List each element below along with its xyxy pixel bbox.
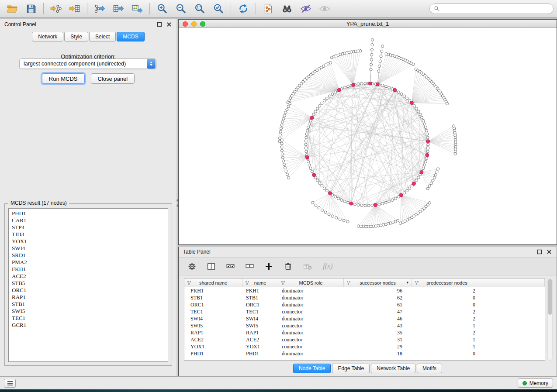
graph-node[interactable]: [284, 166, 286, 169]
mcds-result-item[interactable]: STP4: [12, 224, 168, 231]
graph-node[interactable]: [325, 97, 328, 100]
mcds-result-item[interactable]: CAR1: [12, 217, 168, 224]
graph-node[interactable]: [283, 114, 286, 117]
graph-node[interactable]: [308, 123, 311, 125]
graph-node[interactable]: [337, 197, 340, 200]
graph-node[interactable]: [406, 189, 408, 192]
graph-node[interactable]: [316, 107, 319, 110]
graph-node[interactable]: [280, 149, 283, 152]
table-row[interactable]: PHD1PHD1dominator180: [184, 350, 545, 357]
graph-node[interactable]: [328, 95, 331, 97]
graph-node[interactable]: [430, 182, 432, 185]
table-tab-network-table[interactable]: Network Table: [371, 364, 415, 373]
graph-hub-node[interactable]: [349, 202, 353, 205]
delete-column-button[interactable]: [283, 261, 293, 272]
graph-node[interactable]: [340, 199, 343, 201]
export-image-button[interactable]: [128, 2, 146, 16]
graph-node[interactable]: [314, 110, 317, 113]
graph-hub-node[interactable]: [312, 173, 316, 177]
graph-node[interactable]: [359, 49, 362, 52]
graph-node[interactable]: [311, 201, 314, 204]
graph-node[interactable]: [370, 48, 373, 51]
graph-node[interactable]: [370, 63, 372, 66]
mcds-result-item[interactable]: SRD1: [12, 252, 168, 259]
close-panel-icon[interactable]: [166, 21, 172, 28]
graph-node[interactable]: [382, 224, 384, 226]
graph-hub-node[interactable]: [420, 171, 423, 174]
graph-node[interactable]: [426, 136, 429, 139]
graph-node[interactable]: [323, 100, 325, 102]
graph-hub-node[interactable]: [329, 192, 332, 195]
graph-node[interactable]: [343, 200, 346, 203]
graph-node[interactable]: [367, 225, 370, 228]
graph-node[interactable]: [380, 224, 382, 227]
graph-node[interactable]: [284, 111, 287, 114]
graph-node[interactable]: [304, 140, 307, 142]
graph-node[interactable]: [370, 68, 372, 71]
graph-node[interactable]: [388, 86, 391, 89]
graph-node[interactable]: [280, 142, 283, 145]
control-panel-tab-network[interactable]: Network: [32, 32, 63, 41]
graph-node[interactable]: [318, 206, 320, 209]
graph-node[interactable]: [357, 83, 360, 85]
table-row[interactable]: ACE2ACE2connector311: [184, 336, 545, 343]
graph-node[interactable]: [321, 185, 323, 187]
memory-button[interactable]: Memory: [518, 378, 553, 388]
graph-node[interactable]: [364, 225, 367, 228]
graph-node[interactable]: [432, 179, 434, 182]
graph-node[interactable]: [305, 133, 308, 135]
graph-node[interactable]: [421, 116, 423, 119]
graph-node[interactable]: [384, 223, 387, 226]
graph-node[interactable]: [434, 173, 437, 176]
mcds-result-item[interactable]: STB5: [12, 280, 168, 287]
graph-node[interactable]: [384, 201, 387, 204]
graph-node[interactable]: [280, 146, 283, 148]
graph-hub-node[interactable]: [426, 153, 429, 157]
graph-node[interactable]: [281, 156, 284, 159]
graph-hub-node[interactable]: [393, 88, 397, 92]
graph-node[interactable]: [388, 200, 391, 203]
graph-hub-node[interactable]: [368, 82, 372, 85]
graph-hub-node[interactable]: [310, 116, 314, 120]
column-header-MCDS-role[interactable]: MCDS role: [278, 279, 344, 287]
graph-node[interactable]: [381, 84, 384, 86]
optimization-criterion-select[interactable]: largest connected component (undirected): [19, 58, 156, 69]
graph-node[interactable]: [422, 167, 425, 169]
zoom-fit-button[interactable]: [191, 2, 208, 16]
graph-node[interactable]: [424, 160, 427, 163]
table-tab-edge-table[interactable]: Edge Table: [332, 364, 370, 373]
graph-node[interactable]: [357, 203, 360, 206]
table-row[interactable]: STB1STB1dominator620: [184, 294, 545, 301]
graph-node[interactable]: [357, 225, 360, 227]
graph-node[interactable]: [307, 160, 310, 163]
graph-node[interactable]: [307, 126, 310, 128]
graph-node[interactable]: [305, 150, 308, 153]
graph-node[interactable]: [381, 202, 384, 205]
graph-node[interactable]: [371, 38, 374, 41]
hide-selected-button[interactable]: [297, 2, 315, 16]
table-row[interactable]: TEC1TEC1connector472: [184, 308, 545, 315]
graph-node[interactable]: [281, 120, 284, 123]
graph-node[interactable]: [343, 86, 346, 89]
graph-node[interactable]: [360, 225, 362, 227]
table-row[interactable]: SWI5SWI5connector431: [184, 322, 545, 329]
table-row[interactable]: ORC1ORC1dominator610: [184, 301, 545, 308]
graph-node[interactable]: [403, 95, 405, 97]
import-network-button[interactable]: [47, 2, 65, 16]
graph-node[interactable]: [370, 225, 372, 228]
graph-node[interactable]: [426, 133, 429, 135]
show-columns-button[interactable]: [206, 261, 216, 272]
network-window-titlebar[interactable]: YPA_prune.txt_1: [179, 20, 557, 28]
mcds-result-item[interactable]: ORC1: [12, 287, 168, 294]
graph-node[interactable]: [328, 213, 330, 216]
graph-node[interactable]: [436, 171, 438, 173]
graph-node[interactable]: [422, 119, 425, 122]
graph-node[interactable]: [323, 187, 325, 189]
graph-node[interactable]: [318, 182, 321, 185]
graph-hub-node[interactable]: [412, 182, 415, 186]
graph-node[interactable]: [324, 211, 327, 213]
zoom-out-button[interactable]: [172, 2, 190, 16]
float-panel-icon[interactable]: [156, 21, 163, 28]
scrollbar-thumb[interactable]: [548, 279, 552, 315]
select-all-columns-button[interactable]: [225, 261, 235, 272]
